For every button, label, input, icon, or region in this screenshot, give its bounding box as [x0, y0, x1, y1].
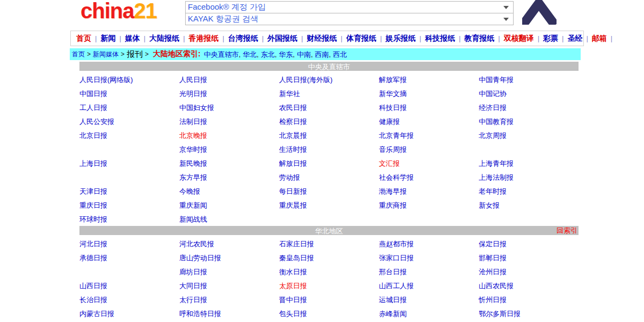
- newspaper-link[interactable]: 上海法制报: [479, 173, 514, 181]
- breadcrumb-region-link[interactable]: 华北: [243, 50, 257, 58]
- newspaper-link[interactable]: 光明日报: [179, 90, 207, 98]
- newspaper-link[interactable]: 北京晚报: [179, 131, 207, 140]
- newspaper-link[interactable]: 运城日报: [379, 296, 407, 304]
- dropdown-arrow-icon[interactable]: [503, 6, 509, 9]
- ad-link-label[interactable]: Facebook® 계정 가입: [186, 2, 503, 12]
- newspaper-link[interactable]: 北京日报: [79, 131, 107, 140]
- newspaper-link[interactable]: 唐山劳动日报: [179, 254, 221, 262]
- newspaper-link[interactable]: 上海青年报: [479, 159, 514, 167]
- newspaper-link[interactable]: 大同日报: [179, 282, 207, 290]
- nav-item[interactable]: 科技报纸: [425, 34, 455, 43]
- dropdown-arrow-icon[interactable]: [503, 18, 509, 21]
- breadcrumb-region-link[interactable]: 西北: [333, 50, 347, 58]
- newspaper-link[interactable]: 秦皇岛日报: [279, 254, 314, 262]
- nav-item[interactable]: 体育报纸: [346, 34, 376, 43]
- newspaper-link[interactable]: 山西工人报: [379, 282, 414, 290]
- newspaper-link[interactable]: 农民日报: [279, 104, 307, 112]
- newspaper-link[interactable]: 东方早报: [179, 173, 207, 181]
- newspaper-link[interactable]: 人民日报(海外版): [279, 76, 333, 84]
- breadcrumb-region-link[interactable]: 中央直辖市: [204, 50, 239, 58]
- newspaper-link[interactable]: 渤海早报: [379, 187, 407, 195]
- newspaper-link[interactable]: 山西日报: [79, 282, 107, 290]
- newspaper-link[interactable]: 法制日报: [179, 118, 207, 126]
- newspaper-link[interactable]: 山西农民报: [479, 282, 514, 290]
- back-to-index-link[interactable]: 回索引: [557, 226, 577, 235]
- newspaper-link[interactable]: 上海日报: [79, 159, 107, 167]
- newspaper-link[interactable]: 新华文摘: [379, 90, 407, 98]
- nav-item[interactable]: 台湾报纸: [228, 34, 258, 43]
- newspaper-link[interactable]: 解放日报: [279, 159, 307, 167]
- breadcrumb-region-link[interactable]: 中南: [297, 50, 311, 58]
- newspaper-link[interactable]: 北京周报: [479, 131, 507, 140]
- newspaper-link[interactable]: 健康报: [379, 118, 400, 126]
- nav-item[interactable]: 香港报纸: [189, 34, 219, 43]
- newspaper-link[interactable]: 北京晨报: [279, 131, 307, 140]
- newspaper-link[interactable]: 中国青年报: [479, 76, 514, 84]
- newspaper-link[interactable]: 新女报: [479, 201, 500, 209]
- site-logo[interactable]: china21: [80, 0, 157, 23]
- newspaper-link[interactable]: 沧州日报: [479, 268, 507, 276]
- newspaper-link[interactable]: 科技日报: [379, 104, 407, 112]
- newspaper-link[interactable]: 天津日报: [79, 187, 107, 195]
- newspaper-link[interactable]: 经济日报: [479, 104, 507, 112]
- newspaper-link[interactable]: 文汇报: [379, 159, 400, 167]
- newspaper-link[interactable]: 检察日报: [279, 118, 307, 126]
- nav-item[interactable]: 彩票: [543, 34, 558, 43]
- newspaper-link[interactable]: 石家庄日报: [279, 240, 314, 248]
- breadcrumb-media-link[interactable]: 新闻媒体: [93, 50, 119, 59]
- ad-dropdown-facebook[interactable]: Facebook® 계정 가입: [185, 1, 514, 13]
- newspaper-link[interactable]: 晋中日报: [279, 296, 307, 304]
- newspaper-link[interactable]: 内蒙古日报: [79, 310, 114, 318]
- newspaper-link[interactable]: 重庆新闻: [179, 201, 207, 209]
- newspaper-link[interactable]: 太行日报: [179, 296, 207, 304]
- newspaper-link[interactable]: 包头日报: [279, 310, 307, 318]
- newspaper-link[interactable]: 忻州日报: [479, 296, 507, 304]
- newspaper-link[interactable]: 赤峰新闻: [379, 310, 407, 318]
- newspaper-link[interactable]: 邢台日报: [379, 268, 407, 276]
- newspaper-link[interactable]: 人民日报(网络版): [79, 76, 133, 84]
- newspaper-link[interactable]: 每日新报: [279, 187, 307, 195]
- nav-item[interactable]: 双核翻译: [504, 34, 534, 43]
- breadcrumb-region-link[interactable]: 西南: [315, 50, 329, 58]
- newspaper-link[interactable]: 重庆商报: [379, 201, 407, 209]
- nav-item[interactable]: 大陆报纸: [149, 34, 179, 43]
- breadcrumb-home-link[interactable]: 首页: [72, 50, 85, 59]
- ad-link-label[interactable]: KAYAK 항공권 검색: [186, 14, 503, 24]
- newspaper-link[interactable]: 廊坊日报: [179, 268, 207, 276]
- newspaper-link[interactable]: 承德日报: [79, 254, 107, 262]
- newspaper-link[interactable]: 保定日报: [479, 240, 507, 248]
- breadcrumb-region-link[interactable]: 东北: [261, 50, 275, 58]
- newspaper-link[interactable]: 老年时报: [479, 187, 507, 195]
- newspaper-link[interactable]: 环球时报: [79, 215, 107, 223]
- newspaper-link[interactable]: 新华社: [279, 90, 300, 98]
- newspaper-link[interactable]: 今晚报: [179, 187, 200, 195]
- nav-item[interactable]: 新闻: [100, 34, 115, 43]
- newspaper-link[interactable]: 新闻战线: [179, 215, 207, 223]
- newspaper-link[interactable]: 长治日报: [79, 296, 107, 304]
- newspaper-link[interactable]: 社会科学报: [379, 173, 414, 181]
- newspaper-link[interactable]: 中国妇女报: [179, 104, 214, 112]
- newspaper-link[interactable]: 重庆日报: [79, 201, 107, 209]
- newspaper-link[interactable]: 中国记协: [479, 90, 507, 98]
- nav-item[interactable]: 首页: [76, 34, 91, 43]
- newspaper-link[interactable]: 中国日报: [79, 90, 107, 98]
- newspaper-link[interactable]: 呼和浩特日报: [179, 310, 221, 318]
- newspaper-link[interactable]: 京华时报: [179, 145, 207, 153]
- newspaper-link[interactable]: 衡水日报: [279, 268, 307, 276]
- ad-dropdown-kayak[interactable]: KAYAK 항공권 검색: [185, 13, 514, 25]
- newspaper-link[interactable]: 鄂尔多斯日报: [479, 310, 521, 318]
- newspaper-link[interactable]: 张家口日报: [379, 254, 414, 262]
- newspaper-link[interactable]: 工人日报: [79, 104, 107, 112]
- newspaper-link[interactable]: 音乐周报: [379, 145, 407, 153]
- newspaper-link[interactable]: 太原日报: [279, 282, 307, 290]
- newspaper-link[interactable]: 新民晚报: [179, 159, 207, 167]
- newspaper-link[interactable]: 河北日报: [79, 240, 107, 248]
- newspaper-link[interactable]: 劳动报: [279, 173, 300, 181]
- nav-item[interactable]: 财经报纸: [307, 34, 337, 43]
- newspaper-link[interactable]: 河北农民报: [179, 240, 214, 248]
- newspaper-link[interactable]: 解放军报: [379, 76, 407, 84]
- nav-item[interactable]: 外国报纸: [267, 34, 297, 43]
- newspaper-link[interactable]: 中国教育报: [479, 118, 514, 126]
- newspaper-link[interactable]: 生活时报: [279, 145, 307, 153]
- nav-item[interactable]: 圣经: [567, 34, 582, 43]
